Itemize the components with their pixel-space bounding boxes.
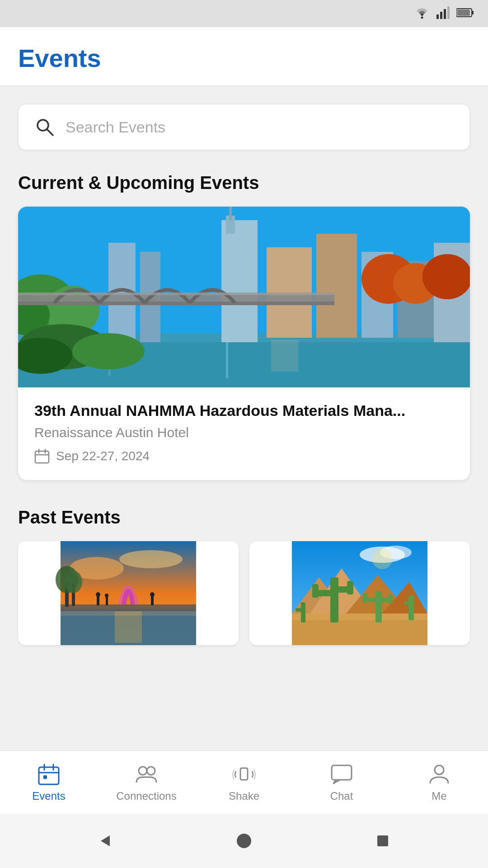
chat-nav-icon [330, 763, 353, 786]
search-bar[interactable] [18, 104, 470, 150]
svg-point-94 [237, 834, 251, 848]
featured-event-info: 39th Annual NAHMMA Hazardous Materials M… [18, 387, 470, 480]
past-events-section: Past Events [18, 507, 470, 645]
current-events-section: Current & Upcoming Events [18, 173, 470, 480]
calendar-icon [34, 448, 50, 464]
svg-rect-95 [377, 835, 388, 846]
connections-nav-label: Connections [116, 790, 176, 802]
featured-event-card[interactable]: 39th Annual NAHMMA Hazardous Materials M… [18, 207, 470, 480]
svg-rect-80 [408, 595, 414, 620]
svg-rect-71 [335, 586, 348, 593]
svg-rect-74 [366, 598, 377, 602]
svg-rect-33 [226, 338, 228, 378]
past-event-image-1 [18, 541, 239, 645]
current-events-title: Current & Upcoming Events [18, 173, 470, 193]
svg-rect-83 [39, 767, 59, 784]
svg-rect-1 [436, 14, 439, 19]
nav-item-me[interactable]: Me [390, 763, 488, 802]
svg-point-36 [72, 333, 145, 369]
past-event-image-2 [249, 541, 470, 645]
nav-item-chat[interactable]: Chat [293, 763, 390, 802]
featured-event-name: 39th Annual NAHMMA Hazardous Materials M… [34, 402, 454, 420]
svg-rect-48 [61, 604, 196, 611]
svg-rect-49 [97, 595, 99, 605]
android-recent-button[interactable] [374, 832, 392, 850]
svg-point-88 [139, 767, 147, 775]
svg-rect-28 [18, 292, 334, 295]
app-header: Events [0, 27, 488, 86]
svg-rect-53 [151, 595, 154, 605]
main-content: Current & Upcoming Events [0, 86, 488, 750]
search-icon [35, 117, 55, 137]
svg-point-31 [422, 254, 470, 299]
svg-rect-27 [18, 302, 334, 305]
svg-rect-68 [330, 577, 338, 623]
nav-item-connections[interactable]: Connections [98, 763, 195, 802]
svg-point-52 [105, 594, 108, 597]
past-event-card-1[interactable] [18, 541, 239, 645]
nav-item-events[interactable]: Events [0, 763, 98, 802]
chat-nav-label: Chat [330, 790, 353, 802]
svg-rect-4 [447, 6, 450, 19]
svg-point-0 [421, 17, 423, 19]
svg-rect-91 [332, 765, 352, 780]
featured-event-venue: Renaissance Austin Hotel [34, 425, 454, 440]
svg-rect-79 [296, 608, 302, 612]
svg-rect-51 [106, 596, 108, 605]
featured-event-date: Sep 22-27, 2024 [56, 449, 150, 463]
status-icons [414, 6, 474, 21]
svg-point-50 [96, 592, 100, 597]
wifi-icon [414, 6, 430, 21]
svg-rect-3 [444, 9, 446, 19]
svg-rect-78 [301, 602, 305, 623]
svg-rect-38 [35, 451, 49, 463]
android-home-button[interactable] [235, 832, 253, 850]
svg-rect-2 [440, 12, 442, 19]
svg-rect-15 [221, 220, 258, 342]
android-back-button[interactable] [96, 832, 114, 850]
connections-nav-icon [135, 763, 158, 786]
me-nav-icon [427, 763, 451, 786]
battery-icon [456, 8, 474, 19]
me-nav-label: Me [432, 790, 446, 802]
svg-rect-69 [318, 590, 332, 596]
svg-point-58 [64, 571, 82, 593]
svg-rect-47 [115, 611, 142, 643]
page-title: Events [18, 43, 470, 73]
past-events-grid [18, 541, 470, 645]
featured-event-date-row: Sep 22-27, 2024 [34, 448, 454, 464]
status-bar [0, 0, 488, 27]
shake-nav-icon [232, 763, 256, 786]
svg-point-82 [372, 549, 392, 569]
shake-nav-label: Shake [229, 790, 259, 802]
events-nav-icon [37, 763, 61, 786]
nav-item-shake[interactable]: Shake [195, 763, 293, 802]
svg-rect-6 [472, 11, 474, 14]
svg-point-92 [435, 765, 444, 774]
svg-rect-34 [271, 340, 298, 372]
svg-rect-87 [43, 775, 47, 779]
android-nav-bar [0, 814, 488, 868]
svg-rect-72 [347, 581, 353, 594]
svg-rect-81 [404, 601, 412, 605]
svg-rect-67 [292, 620, 427, 645]
svg-point-44 [119, 550, 183, 568]
past-event-card-2[interactable] [249, 541, 470, 645]
svg-point-54 [150, 592, 155, 597]
signal-icon [436, 6, 450, 21]
svg-line-9 [47, 129, 53, 135]
svg-point-89 [147, 767, 155, 775]
svg-rect-90 [240, 768, 248, 780]
search-input[interactable] [66, 118, 453, 136]
svg-rect-75 [363, 593, 367, 603]
svg-rect-77 [388, 594, 393, 604]
svg-rect-73 [375, 591, 382, 623]
past-events-title: Past Events [18, 507, 470, 528]
svg-rect-17 [229, 207, 232, 220]
featured-event-image [18, 207, 470, 387]
svg-rect-70 [312, 584, 319, 598]
events-nav-label: Events [32, 790, 65, 802]
svg-marker-93 [101, 835, 110, 846]
svg-rect-7 [457, 9, 470, 16]
bottom-nav: Events Connections Shake [0, 750, 488, 814]
